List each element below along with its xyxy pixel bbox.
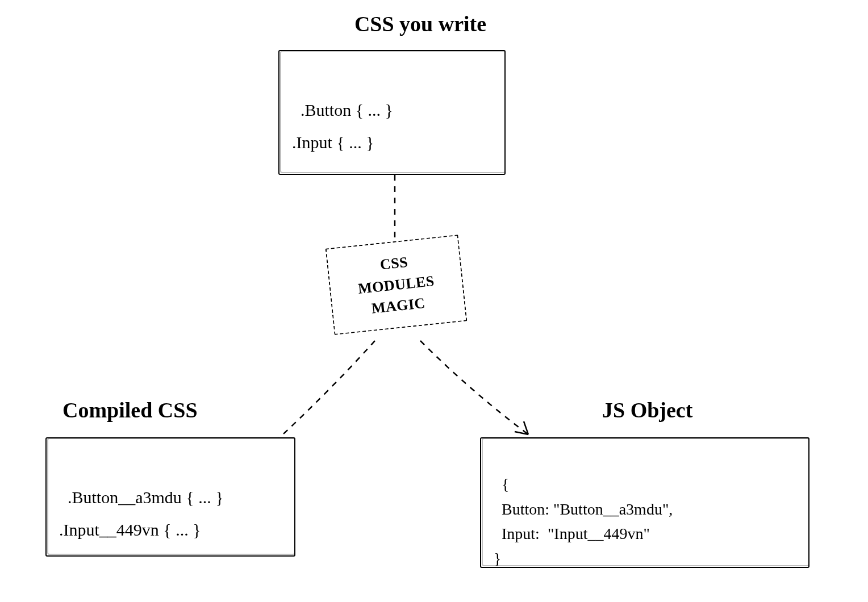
compiled-css-code: .Button__a3mdu { ... } .Input__449vn { .… — [59, 488, 224, 539]
css-source-code: .Button { ... } .Input { ... } — [292, 101, 393, 152]
top-title: CSS you write — [261, 11, 579, 36]
compiled-css-box: .Button__a3mdu { ... } .Input__449vn { .… — [45, 437, 295, 557]
js-object-title: JS Object — [602, 398, 692, 423]
connector-top — [392, 175, 403, 240]
css-source-box: .Button { ... } .Input { ... } — [278, 50, 506, 175]
connector-right — [409, 335, 551, 449]
compiled-css-title: Compiled CSS — [62, 398, 198, 423]
js-object-code: { Button: "Button__a3mdu", Input: "Input… — [494, 475, 673, 567]
css-modules-magic-box: CSS MODULES MAGIC — [326, 235, 468, 335]
js-object-box: { Button: "Button__a3mdu", Input: "Input… — [480, 437, 809, 568]
